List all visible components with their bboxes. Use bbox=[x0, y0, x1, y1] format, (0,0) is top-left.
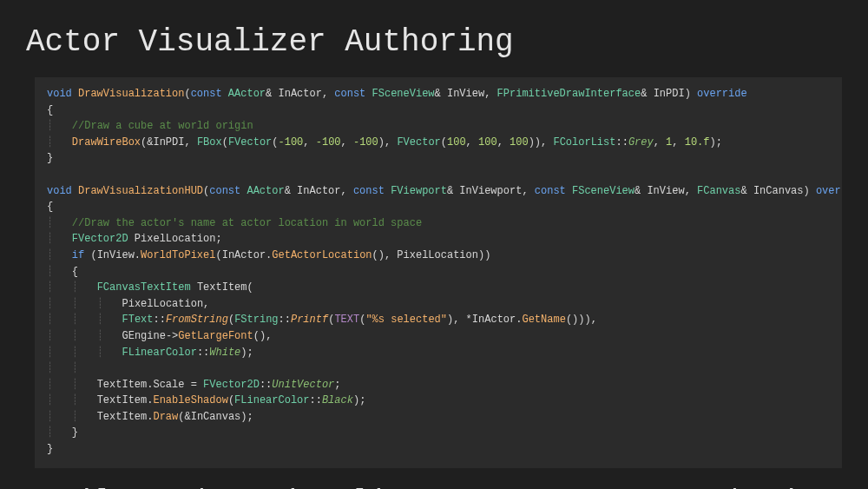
indent-guide: ┊ bbox=[47, 120, 72, 132]
keyword-void: void bbox=[47, 88, 72, 100]
code-block: void DrawVisualization(const AActor& InA… bbox=[35, 77, 842, 468]
slide-subtitle: Easily author visualizers on a per-actor… bbox=[0, 468, 868, 489]
slide-title: Actor Visualizer Authoring bbox=[0, 0, 868, 72]
brace-close: } bbox=[47, 152, 53, 164]
function-name: DrawVisualization bbox=[78, 88, 184, 100]
slide: Actor Visualizer Authoring void DrawVisu… bbox=[0, 0, 868, 489]
function-name: DrawVisualizationHUD bbox=[78, 185, 203, 197]
comment: //Draw a cube at world origin bbox=[72, 120, 253, 132]
comment: //Draw the actor's name at actor locatio… bbox=[72, 217, 422, 229]
brace-open: { bbox=[47, 104, 53, 116]
